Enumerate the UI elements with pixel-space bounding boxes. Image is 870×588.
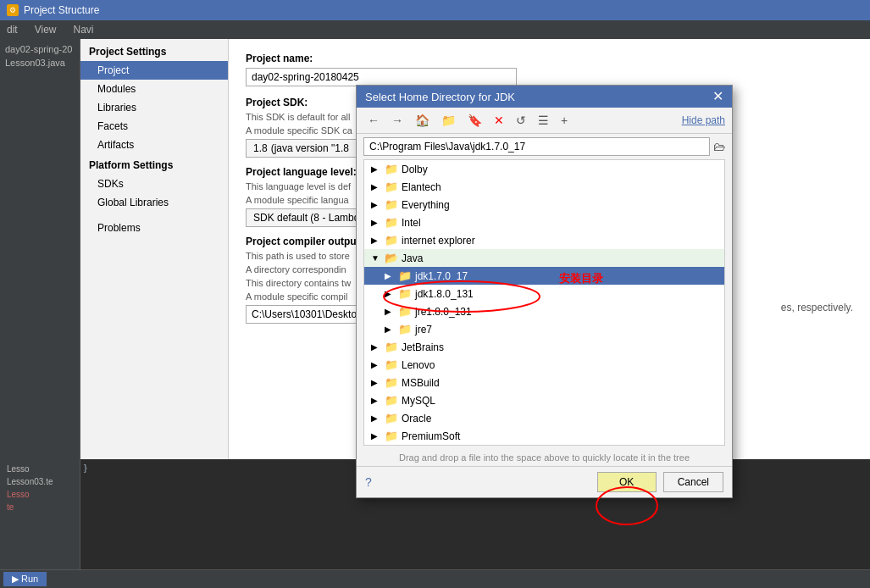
tree-item-jre18[interactable]: ▶ 📁 jre1.8.0_131 (364, 302, 724, 320)
dialog-path-input[interactable] (363, 137, 710, 156)
project-name-label: Project name: (246, 53, 853, 64)
chevron-java: ▼ (371, 253, 381, 263)
tree-item-everything[interactable]: ▶ 📁 Everything (364, 196, 724, 214)
hide-path-button[interactable]: Hide path (682, 114, 725, 126)
toolbar-new-folder-button[interactable]: 📁 (437, 111, 460, 130)
project-name-input[interactable] (246, 68, 517, 86)
tree-item-lenovo[interactable]: ▶ 📁 Lenovo (364, 356, 724, 374)
nav-panel: Project Settings Project Modules Librari… (80, 39, 229, 459)
folder-everything: 📁 (385, 198, 398, 211)
dialog-title-bar: Select Home Directory for JDK ✕ (357, 86, 732, 108)
toolbar-view-button[interactable]: ☰ (534, 111, 553, 130)
dialog-help-button[interactable]: ? (365, 475, 372, 489)
nav-item-facets[interactable]: Facets (80, 117, 228, 136)
tree-item-elantech[interactable]: ▶ 📁 Elantech (364, 178, 724, 196)
folder-lenovo: 📁 (385, 358, 398, 371)
toolbar-back-button[interactable]: ← (363, 111, 384, 130)
nav-item-libraries[interactable]: Libraries (80, 98, 228, 117)
tree-item-oracle[interactable]: ▶ 📁 Oracle (364, 409, 724, 427)
sidebar-file-label: Lesson03.java (0, 56, 80, 69)
nav-item-modules[interactable]: Modules (80, 80, 228, 98)
chevron-jdk18: ▶ (385, 289, 395, 298)
sidebar-project-label: day02-spring-20 (0, 39, 80, 56)
dialog-path-row: 🗁 (357, 134, 732, 159)
folder-java: 📂 (385, 252, 398, 264)
tree-label-msbuild: MSBuild (402, 377, 440, 389)
tree-item-intel[interactable]: ▶ 📁 Intel (364, 214, 724, 231)
toolbar-bookmark-button[interactable]: 🔖 (463, 111, 486, 130)
chevron-jre18: ▶ (385, 307, 395, 316)
run-tab[interactable]: ▶ Run (3, 572, 47, 586)
chevron-jdk17: ▶ (385, 271, 395, 280)
folder-jre18: 📁 (398, 305, 412, 318)
menu-navi[interactable]: Navi (69, 22, 97, 37)
folder-elantech: 📁 (385, 180, 398, 193)
toolbar-refresh-button[interactable]: ↺ (512, 111, 530, 130)
tree-item-jdk17[interactable]: ▶ 📁 jdk1.7.0_17 (364, 267, 724, 285)
bottom-file-2: Lesson03.te (3, 475, 76, 488)
dialog-ok-button[interactable]: OK (597, 472, 657, 492)
dialog-close-button[interactable]: ✕ (712, 90, 723, 103)
tree-item-dolby[interactable]: ▶ 📁 Dolby (364, 160, 724, 178)
folder-premiumsoft: 📁 (385, 430, 398, 442)
sdk-badge[interactable]: 1.8 (java version "1.8 (246, 139, 357, 158)
dialog-buttons: ? OK Cancel (357, 466, 732, 497)
dialog-cancel-button[interactable]: Cancel (663, 472, 723, 492)
select-jdk-dialog: Select Home Directory for JDK ✕ ← → 🏠 📁 … (356, 85, 733, 498)
chevron-mysql: ▶ (371, 396, 381, 405)
tree-item-ie[interactable]: ▶ 📁 internet explorer (364, 231, 724, 249)
chevron-lenovo: ▶ (371, 360, 381, 369)
nav-item-problems[interactable]: Problems (80, 219, 228, 237)
chevron-oracle: ▶ (371, 413, 381, 423)
chevron-elantech: ▶ (371, 182, 381, 191)
chevron-intel: ▶ (371, 218, 381, 227)
tree-label-intel: Intel (402, 217, 421, 229)
toolbar-add-button[interactable]: + (557, 111, 572, 130)
tree-label-jdk17: jdk1.7.0_17 (415, 270, 468, 282)
sdk-detail: (java version "1.8 (271, 142, 349, 154)
toolbar-home-button[interactable]: 🏠 (411, 111, 434, 130)
dialog-path-icon[interactable]: 🗁 (713, 140, 725, 153)
tree-label-lenovo: Lenovo (402, 359, 435, 371)
window-title: Project Structure (24, 4, 99, 16)
toolbar-forward-button[interactable]: → (387, 111, 407, 130)
tree-item-jetbrains[interactable]: ▶ 📁 JetBrains (364, 338, 724, 356)
chevron-jre7: ▶ (385, 325, 395, 334)
folder-msbuild: 📁 (385, 376, 398, 389)
platform-settings-header: Platform Settings (80, 154, 228, 175)
respectively-text: es, respectively. (781, 302, 853, 313)
dialog-file-tree[interactable]: ▶ 📁 Dolby ▶ 📁 Elantech ▶ 📁 Everything ▶ … (363, 159, 725, 446)
chevron-dolby: ▶ (371, 164, 381, 174)
tree-item-mysql[interactable]: ▶ 📁 MySQL (364, 391, 724, 409)
file-sidebar: day02-spring-20 Lesson03.java (0, 39, 80, 459)
nav-item-project[interactable]: Project (80, 61, 228, 80)
menu-view[interactable]: View (31, 22, 60, 37)
bottom-sidebar: Lesso Lesson03.te Lesso te (0, 459, 80, 569)
bottom-file-3: Lesso (3, 488, 76, 501)
tree-item-jre7[interactable]: ▶ 📁 jre7 (364, 320, 724, 338)
tree-label-oracle: Oracle (402, 413, 431, 424)
folder-jdk18: 📁 (398, 287, 412, 300)
tree-item-jdk18[interactable]: ▶ 📁 jdk1.8.0_131 (364, 285, 724, 302)
tree-item-msbuild[interactable]: ▶ 📁 MSBuild (364, 374, 724, 391)
nav-item-artifacts[interactable]: Artifacts (80, 136, 228, 154)
tree-item-premiumsoft[interactable]: ▶ 📁 PremiumSoft (364, 427, 724, 445)
dialog-toolbar: ← → 🏠 📁 🔖 ✕ ↺ ☰ + Hide path (357, 108, 732, 134)
tree-label-elantech: Elantech (402, 181, 441, 193)
run-bar: ▶ Run (0, 569, 870, 588)
nav-item-sdks[interactable]: SDKs (80, 175, 228, 193)
chevron-everything: ▶ (371, 200, 381, 209)
tree-label-jdk18: jdk1.8.0_131 (415, 288, 474, 300)
nav-item-global-libraries[interactable]: Global Libraries (80, 193, 228, 212)
toolbar-delete-button[interactable]: ✕ (490, 111, 508, 130)
bottom-brace: } (84, 463, 87, 473)
folder-jetbrains: 📁 (385, 341, 398, 353)
folder-intel: 📁 (385, 216, 398, 229)
chevron-ie: ▶ (371, 236, 381, 245)
tree-label-premiumsoft: PremiumSoft (402, 430, 460, 442)
tree-item-java[interactable]: ▼ 📂 Java (364, 249, 724, 267)
menu-edit[interactable]: dit (3, 22, 21, 37)
app-icon: ⚙ (7, 4, 19, 16)
dialog-title-text: Select Home Directory for JDK (365, 91, 515, 103)
menu-bar: dit View Navi (0, 20, 870, 39)
